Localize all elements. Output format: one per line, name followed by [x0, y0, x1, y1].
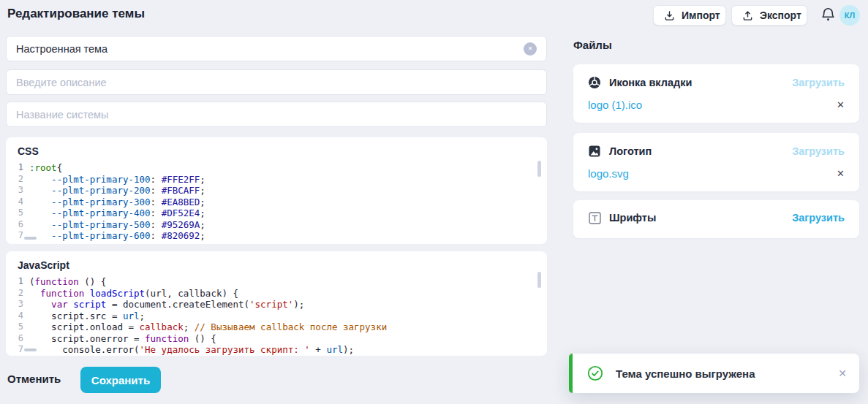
fonts-file-card: Шрифты Загрузить: [573, 200, 859, 238]
js-vertical-scrollbar[interactable]: [537, 272, 541, 288]
js-editor-title: JavaScript: [18, 259, 547, 271]
import-icon: [664, 10, 675, 21]
css-vertical-scrollbar[interactable]: [537, 161, 541, 177]
logo-file-link[interactable]: logo.svg: [588, 167, 629, 180]
favicon-file-link[interactable]: logo (1).ico: [588, 99, 642, 111]
system-name-input[interactable]: [6, 102, 547, 127]
favicon-upload-button[interactable]: Загрузить: [792, 77, 845, 88]
js-horizontal-scrollbar[interactable]: [24, 348, 37, 351]
js-code-editor[interactable]: 1(function () {2 function loadScript(url…: [6, 276, 547, 356]
fonts-card-title: Шрифты: [609, 212, 656, 224]
avatar-initials: КЛ: [845, 11, 855, 20]
user-avatar[interactable]: КЛ: [839, 5, 860, 26]
import-button-label: Импорт: [682, 9, 720, 21]
favicon-file-card: Иконка вкладки Загрузить logo (1).ico ✕: [573, 64, 859, 123]
fonts-upload-button[interactable]: Загрузить: [792, 212, 845, 224]
page-title: Редактирование темы: [7, 7, 145, 21]
notifications-button[interactable]: [819, 6, 837, 23]
logo-card-title: Логотип: [609, 145, 652, 157]
clear-theme-name-icon[interactable]: ✕: [524, 42, 537, 56]
favicon-remove-icon[interactable]: ✕: [837, 100, 845, 110]
theme-name-input[interactable]: [6, 36, 547, 61]
font-icon: [588, 211, 601, 224]
logo-remove-icon[interactable]: ✕: [837, 169, 845, 178]
css-editor-title: CSS: [18, 145, 547, 157]
check-circle-icon: [587, 365, 603, 381]
export-button-label: Экспорт: [760, 9, 801, 21]
save-button[interactable]: Сохранить: [80, 367, 161, 393]
logo-file-card: Логотип Загрузить logo.svg ✕: [573, 133, 859, 191]
description-input[interactable]: [6, 69, 547, 95]
success-toast: Тема успешно выгружена ✕: [569, 354, 859, 393]
image-icon: [588, 145, 601, 158]
theme-editor-page: Редактирование темы Импорт Экспорт КЛ ✕ …: [0, 0, 868, 404]
css-code-editor[interactable]: 1:root{2 --plmt-primary-100: #FFE2FF;3 -…: [6, 162, 547, 242]
bell-icon: [820, 7, 836, 23]
export-button[interactable]: Экспорт: [731, 5, 807, 26]
browser-icon: [588, 76, 601, 89]
toast-message: Тема успешно выгружена: [616, 367, 755, 380]
css-editor-card: CSS 1:root{2 --plmt-primary-100: #FFE2FF…: [6, 137, 547, 244]
js-editor-card: JavaScript 1(function () {2 function loa…: [6, 251, 547, 356]
import-button[interactable]: Импорт: [653, 5, 726, 26]
toast-close-icon[interactable]: ✕: [838, 368, 847, 378]
logo-upload-button[interactable]: Загрузить: [792, 145, 845, 157]
files-heading: Файлы: [573, 39, 612, 51]
favicon-card-title: Иконка вкладки: [609, 77, 692, 88]
toast-accent-bar: [569, 354, 573, 393]
cancel-button[interactable]: Отменить: [7, 373, 61, 385]
css-horizontal-scrollbar[interactable]: [24, 237, 37, 240]
export-icon: [742, 10, 753, 21]
